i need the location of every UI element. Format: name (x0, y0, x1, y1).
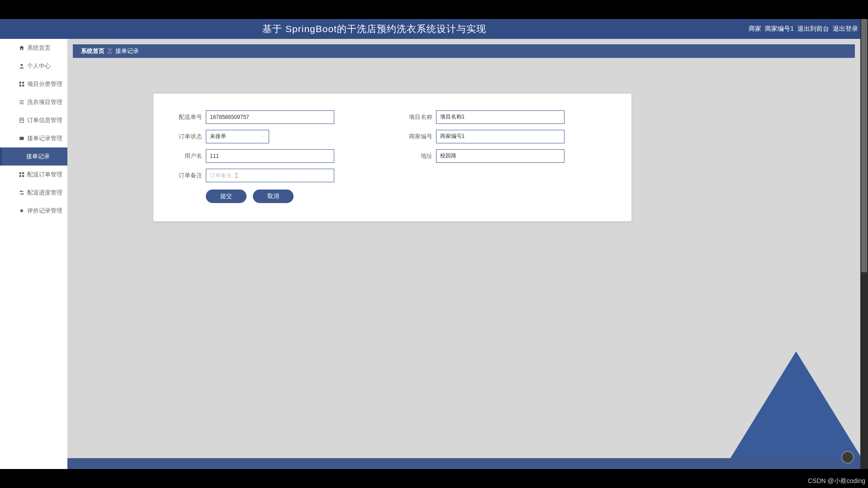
cancel-button[interactable]: 取消 (253, 190, 294, 203)
home-icon (18, 44, 25, 52)
link-exit-to-front[interactable]: 退出到前台 (797, 25, 829, 33)
breadcrumb: 系统首页 三 接单记录 (73, 44, 855, 58)
grid-icon (18, 171, 25, 178)
select-order-status-value: 未接单 (210, 133, 226, 140)
svg-rect-2 (22, 82, 24, 84)
svg-point-18 (20, 191, 21, 192)
sidebar-item-label: 配送进度管理 (27, 189, 62, 197)
list-icon (18, 99, 25, 106)
floating-action-button[interactable] (841, 451, 854, 464)
svg-rect-3 (19, 85, 21, 86)
label-order-status: 订单状态 (162, 133, 202, 141)
svg-rect-15 (22, 175, 24, 177)
footer-strip (67, 458, 860, 469)
sidebar-item-home[interactable]: 系统首页 (0, 39, 67, 57)
svg-rect-1 (19, 82, 21, 84)
breadcrumb-home[interactable]: 系统首页 (81, 47, 104, 55)
sidebar-item-laundry[interactable]: 洗衣项目管理 (0, 93, 67, 111)
sidebar-item-delivery-order[interactable]: 配送订单管理 (0, 166, 67, 184)
sidebar-item-label: 系统首页 (27, 44, 51, 52)
sidebar-item-label: 配送订单管理 (27, 171, 62, 179)
submit-button[interactable]: 提交 (206, 190, 247, 203)
input-delivery-no[interactable] (206, 110, 334, 124)
sidebar-subitem-label: 接单记录 (26, 152, 50, 161)
label-project-name: 项目名称 (393, 113, 432, 121)
svg-rect-13 (22, 172, 24, 174)
watermark: CSDN @小蔡coding (808, 477, 865, 485)
form-card: 配送单号 订单状态 未接单 用户名 (153, 94, 631, 221)
header-right: 商家 商家编号1 退出到前台 退出登录 (749, 25, 868, 33)
header-role: 商家 (749, 25, 761, 33)
label-username: 用户名 (162, 152, 202, 160)
sidebar-item-review[interactable]: 评价记录管理 (0, 202, 67, 220)
document-icon (18, 117, 25, 124)
svg-point-0 (21, 64, 23, 66)
breadcrumb-current: 接单记录 (115, 47, 139, 55)
input-merchant-no[interactable] (436, 130, 564, 143)
scrollbar-thumb[interactable] (861, 19, 867, 272)
main-area: 系统首页 三 接单记录 配送单号 订单状态 未接单 (67, 39, 860, 469)
svg-rect-14 (19, 175, 21, 177)
breadcrumb-separator: 三 (107, 47, 113, 55)
svg-point-19 (22, 194, 23, 194)
label-delivery-no: 配送单号 (162, 113, 202, 121)
person-icon (18, 62, 25, 70)
label-order-remark: 订单备注 (162, 171, 202, 180)
sidebar-item-accept-record[interactable]: 接单记录管理 (0, 129, 67, 147)
label-merchant-no: 商家编号 (393, 133, 432, 141)
label-address: 地址 (393, 152, 432, 160)
chevron-down-icon (261, 134, 266, 139)
sliders-icon (18, 189, 25, 196)
select-order-status[interactable]: 未接单 (206, 130, 269, 143)
sidebar-subitem-accept-record[interactable]: 接单记录 (0, 147, 67, 166)
sidebar-item-delivery-progress[interactable]: 配送进度管理 (0, 184, 67, 202)
sidebar: 系统首页 个人中心 项目分类管理 洗衣项目管理 订单信息管理 (0, 39, 67, 469)
sidebar-item-label: 项目分类管理 (27, 80, 62, 88)
sidebar-item-label: 接单记录管理 (27, 134, 62, 142)
header-user[interactable]: 商家编号1 (765, 25, 794, 33)
sidebar-item-label: 个人中心 (27, 62, 51, 70)
sidebar-item-category[interactable]: 项目分类管理 (0, 75, 67, 93)
sidebar-item-label: 评价记录管理 (27, 207, 62, 215)
vertical-scrollbar[interactable] (860, 19, 868, 469)
page-title: 基于 SpringBoot的干洗店预约洗衣系统设计与实现 (0, 23, 749, 35)
sidebar-item-orderinfo[interactable]: 订单信息管理 (0, 111, 67, 129)
grid-icon (18, 81, 25, 88)
sidebar-item-label: 订单信息管理 (27, 116, 62, 124)
svg-rect-12 (19, 172, 21, 174)
sidebar-item-profile[interactable]: 个人中心 (0, 57, 67, 75)
input-username[interactable] (206, 149, 334, 163)
input-order-remark[interactable] (206, 169, 334, 182)
input-address[interactable] (436, 149, 564, 163)
link-logout[interactable]: 退出登录 (833, 25, 858, 33)
dot-icon (18, 207, 25, 214)
record-icon (18, 135, 25, 142)
input-project-name[interactable] (436, 110, 564, 124)
svg-rect-4 (22, 85, 24, 86)
svg-point-20 (20, 209, 23, 212)
svg-rect-11 (19, 137, 24, 140)
sidebar-item-label: 洗衣项目管理 (27, 98, 62, 106)
top-header: 基于 SpringBoot的干洗店预约洗衣系统设计与实现 商家 商家编号1 退出… (0, 19, 868, 39)
